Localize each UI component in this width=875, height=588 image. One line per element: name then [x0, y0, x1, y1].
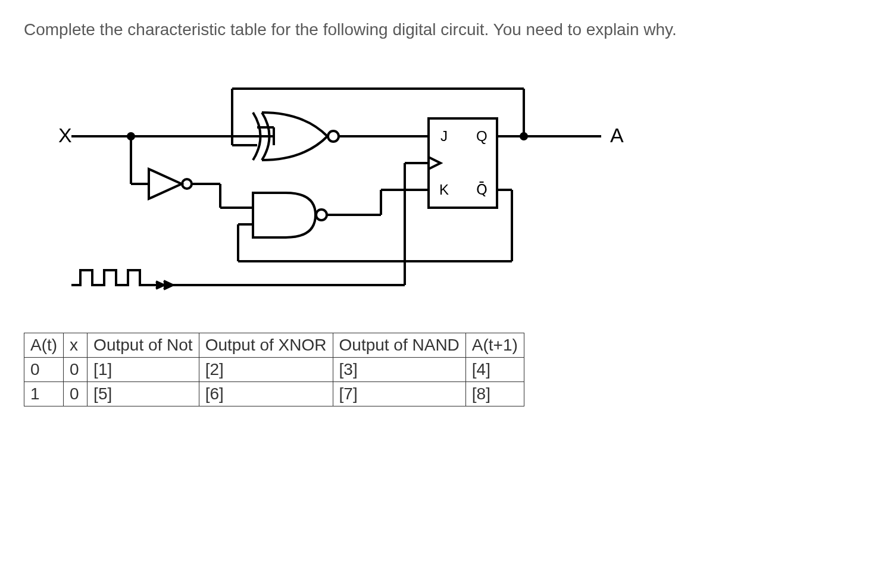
cell: 0: [64, 382, 88, 406]
cell: 0: [24, 358, 64, 382]
ff-q-label: Q: [476, 128, 488, 144]
circuit-diagram: X: [48, 71, 851, 297]
cell: 0: [64, 358, 88, 382]
col-header: Output of NAND: [333, 333, 465, 358]
cell[interactable]: [5]: [88, 382, 199, 406]
ff-j-label: J: [440, 128, 448, 144]
col-header: Output of Not: [88, 333, 199, 358]
cell[interactable]: [2]: [199, 358, 333, 382]
table-row: 0 0 [1] [2] [3] [4]: [24, 358, 524, 382]
col-header: Output of XNOR: [199, 333, 333, 358]
input-x-label: X: [58, 124, 72, 146]
output-a-label: A: [610, 124, 624, 146]
question-prompt: Complete the characteristic table for th…: [24, 18, 851, 41]
cell[interactable]: [8]: [465, 382, 524, 406]
cell[interactable]: [7]: [333, 382, 465, 406]
cell[interactable]: [4]: [465, 358, 524, 382]
ff-qbar-label: Q̄: [476, 182, 488, 198]
table-row: 1 0 [5] [6] [7] [8]: [24, 382, 524, 406]
cell[interactable]: [6]: [199, 382, 333, 406]
col-header: A(t+1): [465, 333, 524, 358]
cell[interactable]: [1]: [88, 358, 199, 382]
svg-point-2: [128, 133, 134, 139]
ff-k-label: K: [439, 182, 449, 198]
table-header-row: A(t) x Output of Not Output of XNOR Outp…: [24, 333, 524, 358]
cell: 1: [24, 382, 64, 406]
col-header: A(t): [24, 333, 64, 358]
svg-point-18: [316, 209, 327, 220]
cell[interactable]: [3]: [333, 358, 465, 382]
characteristic-table: A(t) x Output of Not Output of XNOR Outp…: [24, 333, 524, 406]
svg-point-8: [328, 131, 339, 142]
col-header: x: [64, 333, 88, 358]
